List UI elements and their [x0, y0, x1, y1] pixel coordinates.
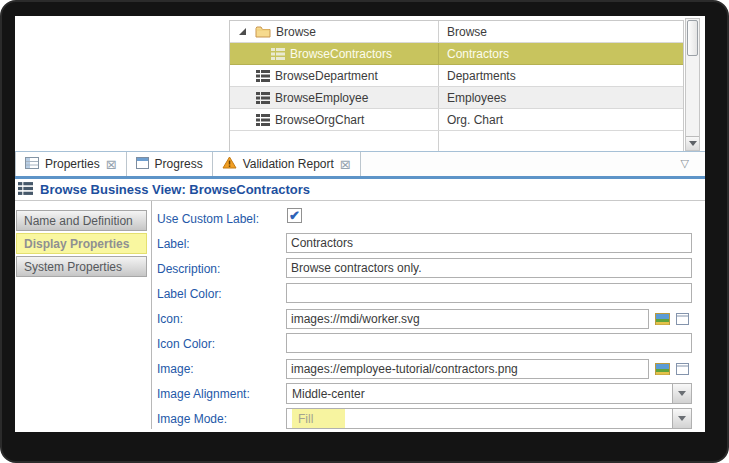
browse-dialog-icon[interactable]	[676, 363, 689, 375]
field-label: Image Mode:	[157, 412, 286, 426]
field-label-color: Label Color:	[157, 283, 692, 304]
tree-item-name: BrowseDepartment	[275, 69, 378, 83]
tree-item-name: BrowseEmployee	[275, 91, 368, 105]
sidebar-item-name-and-definition[interactable]: Name and Definition	[16, 210, 147, 231]
selected-value: Middle-center	[287, 384, 671, 403]
use-custom-label-checkbox[interactable]: ✔	[287, 208, 302, 223]
description-input[interactable]	[286, 258, 692, 278]
field-label: Label Color:	[157, 287, 286, 301]
field-label: Image Alignment:	[157, 387, 286, 401]
progress-window-icon	[136, 157, 149, 172]
image-picker-icon[interactable]	[655, 313, 670, 325]
properties-view-pane: Properties ⊠ Progress Validation Report …	[15, 151, 705, 432]
tree-item-label: Org. Chart	[447, 113, 503, 127]
tab-label: Properties	[45, 157, 100, 171]
field-label: Icon Color:	[157, 337, 286, 351]
highlighted-value: Fill	[292, 409, 345, 428]
tree-item-name: BrowseContractors	[290, 47, 392, 61]
tree-row-browseorgchart[interactable]: BrowseOrgChart Org. Chart	[230, 109, 683, 131]
properties-header: Browse Business View: BrowseContractors	[15, 179, 705, 201]
tree-row-browsecontractors[interactable]: BrowseContractors Contractors	[230, 43, 683, 65]
tree-row-browseemployee[interactable]: BrowseEmployee Employees	[230, 87, 683, 109]
field-description: Description:	[157, 258, 692, 279]
field-label: Use Custom Label:	[157, 212, 286, 226]
field-image-alignment: Image Alignment: Middle-center	[157, 383, 692, 404]
view-tab-bar: Properties ⊠ Progress Validation Report …	[15, 152, 705, 179]
screenshot-frame: Browse Browse BrowseContractors Contract…	[0, 0, 729, 463]
field-image-mode: Image Mode: Fill	[157, 408, 692, 429]
field-label: Label:	[157, 237, 286, 251]
image-input[interactable]	[286, 359, 649, 379]
label-input[interactable]	[286, 233, 692, 253]
tree-empty-row	[230, 131, 683, 152]
field-label: Description:	[157, 262, 286, 276]
view-menu-icon[interactable]: ▽	[681, 157, 689, 170]
tab-properties[interactable]: Properties ⊠	[15, 152, 127, 176]
object-tree-pane: Browse Browse BrowseContractors Contract…	[15, 16, 705, 151]
field-use-custom-label: Use Custom Label: ✔	[157, 208, 692, 229]
sidebar-item-system-properties[interactable]: System Properties	[16, 256, 147, 277]
image-picker-icon[interactable]	[655, 363, 670, 375]
business-view-icon	[18, 181, 33, 199]
field-image: Image:	[157, 358, 692, 379]
business-view-icon	[256, 114, 270, 126]
tree-row-browsedepartment[interactable]: BrowseDepartment Departments	[230, 65, 683, 87]
page-title: Browse Business View: BrowseContractors	[40, 182, 310, 197]
sidebar-divider	[151, 201, 152, 429]
close-icon[interactable]: ⊠	[340, 158, 351, 171]
checkmark-icon: ✔	[289, 209, 300, 222]
display-properties-form: Use Custom Label: ✔ Label: Description:	[157, 208, 692, 432]
tree-table: Browse Browse BrowseContractors Contract…	[229, 20, 684, 152]
tree-item-label: Browse	[447, 25, 487, 39]
tree-item-name: Browse	[276, 25, 316, 39]
business-view-icon	[271, 48, 285, 60]
business-view-icon	[256, 70, 270, 82]
scrollbar-down-button[interactable]	[686, 136, 699, 150]
field-label: Icon:	[157, 312, 286, 326]
close-icon[interactable]: ⊠	[106, 158, 117, 171]
properties-icon	[25, 157, 39, 172]
tree-item-name: BrowseOrgChart	[275, 113, 364, 127]
label-color-input[interactable]	[286, 283, 692, 303]
chevron-down-icon	[678, 416, 686, 421]
browse-dialog-icon[interactable]	[676, 313, 689, 325]
properties-body: Name and Definition Display Properties S…	[15, 201, 705, 429]
tab-label: Progress	[155, 157, 203, 171]
section-sidebar: Name and Definition Display Properties S…	[16, 210, 147, 279]
field-icon-color: Icon Color:	[157, 333, 692, 354]
ide-window: Browse Browse BrowseContractors Contract…	[15, 16, 705, 432]
tab-validation-report[interactable]: Validation Report ⊠	[213, 152, 361, 176]
image-mode-select[interactable]: Fill	[286, 408, 692, 429]
tree-row-browse[interactable]: Browse Browse	[230, 21, 683, 43]
field-label: Label:	[157, 233, 692, 254]
sidebar-item-display-properties[interactable]: Display Properties	[16, 233, 147, 254]
combo-arrow-button[interactable]	[672, 384, 691, 403]
arrow-down-icon	[689, 141, 697, 146]
tree-vertical-scrollbar[interactable]	[685, 18, 700, 151]
chevron-down-icon	[678, 391, 686, 396]
scrollbar-thumb[interactable]	[687, 20, 698, 56]
tree-item-label: Departments	[447, 69, 516, 83]
tab-label: Validation Report	[243, 157, 334, 171]
warning-icon	[222, 156, 237, 172]
combo-arrow-button[interactable]	[672, 409, 691, 428]
icon-input[interactable]	[286, 309, 649, 329]
field-icon: Icon:	[157, 308, 692, 329]
tree-item-label: Contractors	[447, 47, 509, 61]
tree-item-label: Employees	[447, 91, 506, 105]
tab-progress[interactable]: Progress	[127, 152, 213, 176]
expand-arrow-icon[interactable]	[239, 28, 246, 35]
folder-icon	[255, 25, 271, 38]
business-view-icon	[256, 92, 270, 104]
sidebar-item-label: Name and Definition	[24, 214, 133, 228]
icon-color-input[interactable]	[286, 333, 692, 353]
sidebar-item-label: Display Properties	[24, 237, 129, 251]
image-alignment-select[interactable]: Middle-center	[286, 383, 692, 404]
field-label: Image:	[157, 362, 286, 376]
sidebar-item-label: System Properties	[24, 260, 122, 274]
